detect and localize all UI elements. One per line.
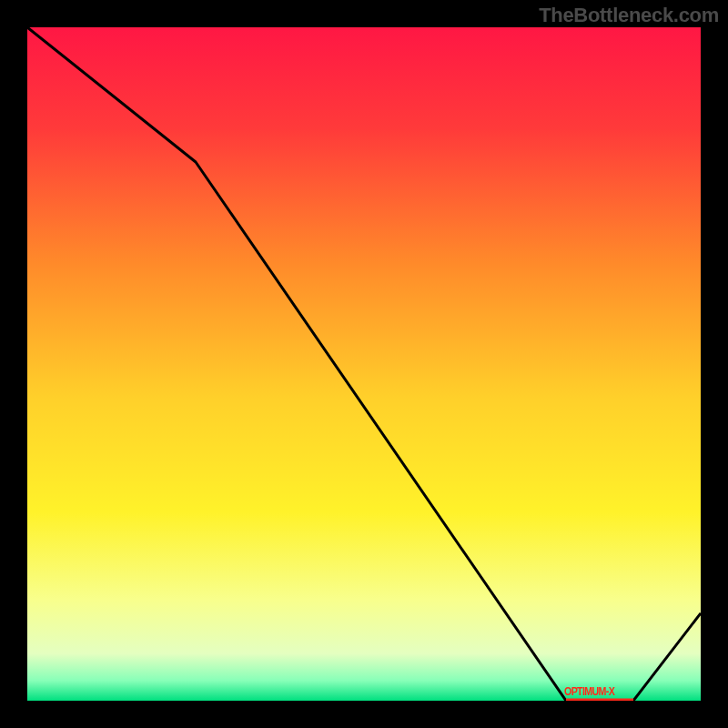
chart-container: TheBottleneck.com OPTIMUM-X — [0, 0, 728, 728]
plot-area: OPTIMUM-X — [27, 27, 701, 701]
bottleneck-curve — [27, 27, 701, 701]
optimum-label: OPTIMUM-X — [564, 684, 614, 698]
curve-layer — [27, 27, 701, 701]
watermark-text: TheBottleneck.com — [539, 4, 719, 27]
